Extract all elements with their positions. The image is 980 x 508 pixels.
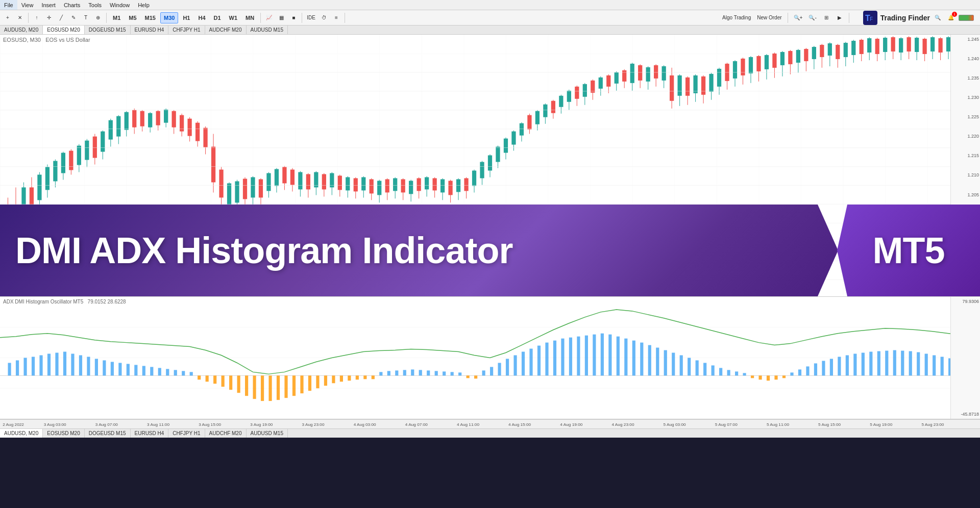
svg-rect-100 bbox=[377, 181, 381, 195]
trading-finder-logo[interactable]: T F Trading Finder bbox=[863, 11, 930, 25]
signals-button[interactable]: ≡ bbox=[331, 12, 342, 23]
menu-insert[interactable]: Insert bbox=[37, 0, 60, 10]
svg-rect-368 bbox=[798, 369, 801, 375]
shapes-button[interactable]: ⊕ bbox=[92, 12, 104, 23]
svg-rect-326 bbox=[467, 375, 470, 378]
svg-rect-324 bbox=[451, 372, 454, 375]
svg-rect-194 bbox=[749, 57, 753, 73]
svg-rect-218 bbox=[844, 43, 848, 57]
chart-tab-audusd-m15[interactable]: AUDUSD M15 bbox=[247, 26, 288, 35]
tf-m1[interactable]: M1 bbox=[109, 12, 124, 23]
ide-button[interactable]: IDE bbox=[305, 12, 317, 23]
chart-tab-chfjpy-h1[interactable]: CHFJPY H1 bbox=[168, 26, 205, 35]
svg-rect-356 bbox=[703, 363, 706, 375]
notifications-button[interactable]: 🔔1 bbox=[945, 12, 957, 23]
timer-button[interactable]: ⏱ bbox=[318, 12, 330, 23]
tf-w1[interactable]: W1 bbox=[226, 12, 241, 23]
svg-rect-319 bbox=[411, 369, 414, 375]
new-order-button[interactable]: New Order bbox=[755, 12, 783, 23]
zoom-in-button[interactable]: 🔍+ bbox=[792, 12, 805, 23]
svg-rect-186 bbox=[717, 69, 721, 87]
crosshair-button[interactable]: ✛ bbox=[43, 12, 55, 23]
svg-rect-365 bbox=[774, 375, 777, 379]
svg-rect-363 bbox=[758, 375, 762, 379]
chart-type-candle[interactable]: ■ bbox=[288, 12, 299, 23]
chart-tab-eurusd-h4[interactable]: EURUSD H4 bbox=[131, 26, 169, 35]
banner-main: DMI ADX Histogram Indicator bbox=[0, 205, 838, 296]
svg-rect-116 bbox=[440, 179, 445, 192]
new-chart-button[interactable]: + bbox=[2, 12, 13, 23]
svg-rect-122 bbox=[464, 178, 468, 191]
bottom-tab-eurusd-h4[interactable]: EURUSD H4 bbox=[131, 429, 169, 438]
svg-text:2 Aug 2022: 2 Aug 2022 bbox=[3, 423, 24, 427]
tf-d1[interactable]: D1 bbox=[210, 12, 225, 23]
svg-rect-64 bbox=[235, 181, 239, 202]
oscillator-label-text: ADX DMI Histogram Oscillator MT5 bbox=[3, 299, 83, 304]
tf-m30[interactable]: M30 bbox=[160, 12, 178, 23]
osc-price-bottom: -45.8718 bbox=[952, 412, 979, 417]
grid-button[interactable]: ⊞ bbox=[821, 12, 832, 23]
chart-tab-dogeusd-m15[interactable]: DOGEUSD M15 bbox=[85, 26, 131, 35]
svg-rect-204 bbox=[788, 51, 792, 64]
svg-rect-216 bbox=[836, 45, 840, 59]
svg-rect-170 bbox=[654, 65, 658, 79]
svg-rect-311 bbox=[348, 375, 351, 380]
svg-rect-332 bbox=[513, 355, 517, 376]
svg-rect-190 bbox=[733, 61, 737, 79]
chart-type-bar[interactable]: ▦ bbox=[276, 12, 287, 23]
svg-rect-146 bbox=[559, 96, 563, 107]
svg-rect-200 bbox=[772, 54, 776, 68]
svg-rect-344 bbox=[608, 335, 611, 376]
price-1.215: 1.215 bbox=[952, 153, 979, 158]
arrow-up-button[interactable]: ↑ bbox=[31, 12, 42, 23]
bottom-tab-audusd-m15[interactable]: AUDUSD M15 bbox=[247, 429, 288, 438]
scroll-button[interactable]: ▶ bbox=[834, 12, 845, 23]
separator-3 bbox=[260, 13, 261, 23]
menu-view[interactable]: View bbox=[17, 0, 38, 10]
tf-m5[interactable]: M5 bbox=[125, 12, 140, 23]
svg-rect-381 bbox=[901, 351, 904, 376]
zoom-out-button[interactable]: 🔍- bbox=[806, 12, 818, 23]
bottom-tab-dogeusd-m15[interactable]: DOGEUSD M15 bbox=[85, 429, 131, 438]
draw-button[interactable]: ✎ bbox=[68, 12, 79, 23]
tf-m15[interactable]: M15 bbox=[141, 12, 159, 23]
tf-mn[interactable]: MN bbox=[242, 12, 258, 23]
svg-rect-78 bbox=[290, 169, 295, 185]
close-button[interactable]: ✕ bbox=[14, 12, 26, 23]
svg-rect-369 bbox=[806, 366, 809, 375]
svg-rect-192 bbox=[741, 59, 745, 75]
svg-rect-70 bbox=[259, 179, 263, 197]
algo-trading-button[interactable]: Algo Trading bbox=[720, 12, 753, 23]
text-button[interactable]: T bbox=[80, 12, 91, 23]
menu-file[interactable]: File bbox=[0, 0, 17, 10]
svg-text:4 Aug 11:00: 4 Aug 11:00 bbox=[457, 423, 480, 427]
bottom-tab-audchf-m20[interactable]: AUDCHF M20 bbox=[205, 429, 247, 438]
bottom-tab-audusd-m20[interactable]: AUDUSD, M20 bbox=[0, 429, 43, 438]
bottom-tabs: AUDUSD, M20 EOSUSD M20 DOGEUSD M15 EURUS… bbox=[0, 428, 980, 438]
bottom-tab-chfjpy-h1[interactable]: CHFJPY H1 bbox=[168, 429, 205, 438]
tf-h4[interactable]: H4 bbox=[194, 12, 209, 23]
svg-rect-305 bbox=[300, 375, 303, 393]
menu-window[interactable]: Window bbox=[106, 0, 134, 10]
tf-h1[interactable]: H1 bbox=[179, 12, 193, 23]
svg-rect-285 bbox=[142, 366, 145, 375]
chart-tab-audchf-m20[interactable]: AUDCHF M20 bbox=[205, 26, 247, 35]
svg-rect-277 bbox=[79, 355, 82, 376]
bottom-tab-eosusd-m20[interactable]: EOSUSD M20 bbox=[43, 429, 84, 438]
menu-help[interactable]: Help bbox=[134, 0, 154, 10]
search-button[interactable]: 🔍 bbox=[932, 12, 943, 23]
svg-rect-287 bbox=[158, 368, 161, 375]
svg-rect-236 bbox=[915, 38, 919, 52]
svg-rect-289 bbox=[174, 370, 177, 375]
svg-rect-292 bbox=[198, 375, 201, 379]
svg-text:4 Aug 07:00: 4 Aug 07:00 bbox=[405, 423, 428, 427]
chart-tab-eosusd-m20[interactable]: EOSUSD M20 bbox=[43, 26, 84, 35]
svg-rect-206 bbox=[796, 50, 800, 63]
line-button[interactable]: ╱ bbox=[56, 12, 67, 23]
menu-charts[interactable]: Charts bbox=[60, 0, 84, 10]
svg-rect-334 bbox=[529, 349, 532, 376]
svg-rect-322 bbox=[435, 371, 438, 375]
chart-type-line[interactable]: 📈 bbox=[263, 12, 275, 23]
chart-tab-audusd-m20[interactable]: AUDUSD, M20 bbox=[0, 26, 43, 35]
menu-tools[interactable]: Tools bbox=[84, 0, 106, 10]
